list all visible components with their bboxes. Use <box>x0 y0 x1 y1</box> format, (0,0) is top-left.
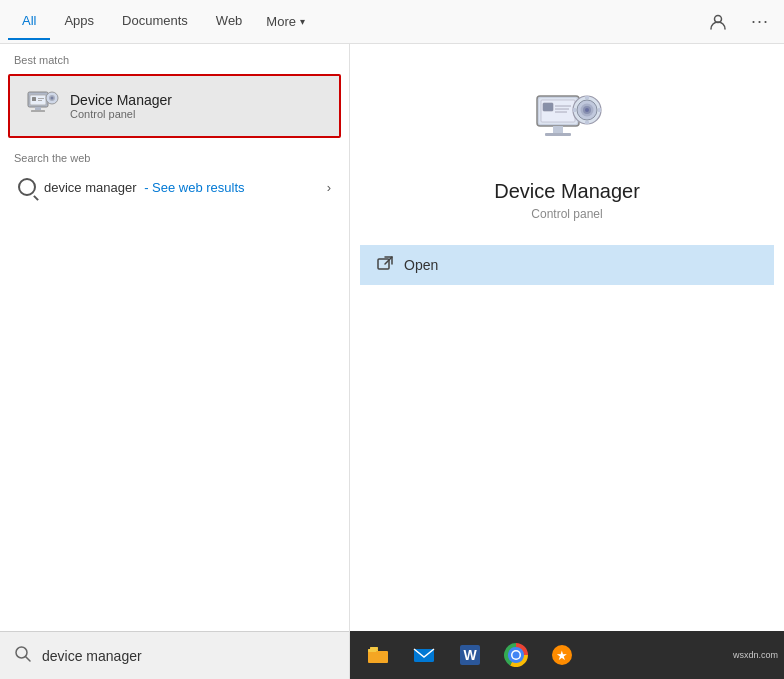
right-subtitle: Control panel <box>531 207 602 221</box>
open-label: Open <box>404 257 438 273</box>
right-panel: Device Manager Control panel Open <box>350 44 784 679</box>
svg-rect-30 <box>585 121 589 124</box>
svg-rect-6 <box>38 98 44 99</box>
best-match-label: Best match <box>0 44 349 70</box>
search-web-icon <box>18 178 36 196</box>
svg-rect-29 <box>585 96 589 99</box>
svg-line-12 <box>26 656 31 661</box>
taskbar-file-explorer[interactable] <box>356 633 400 677</box>
content-area: Best match <box>0 44 784 679</box>
svg-text:W: W <box>463 647 477 663</box>
svg-point-28 <box>585 108 589 112</box>
tab-all[interactable]: All <box>8 3 50 40</box>
svg-point-10 <box>51 97 54 100</box>
tab-documents[interactable]: Documents <box>108 3 202 40</box>
search-bar-icon <box>14 645 32 667</box>
tab-apps[interactable]: Apps <box>50 3 108 40</box>
tab-web[interactable]: Web <box>202 3 257 40</box>
svg-text:★: ★ <box>556 648 568 663</box>
svg-rect-20 <box>544 104 552 110</box>
svg-rect-38 <box>376 651 388 663</box>
search-input[interactable] <box>42 648 335 664</box>
svg-rect-3 <box>31 110 45 112</box>
best-match-text: Device Manager Control panel <box>70 92 172 120</box>
nav-right-icons: ··· <box>702 6 776 38</box>
taskbar-mail[interactable] <box>402 633 446 677</box>
tab-more[interactable]: More ▾ <box>256 4 315 39</box>
svg-rect-5 <box>32 97 36 101</box>
left-spacer <box>0 206 349 631</box>
search-panel: All Apps Documents Web More ▾ ··· Best m… <box>0 0 784 679</box>
taskbar: W ★ wsxdn.com <box>350 631 784 679</box>
web-search-arrow: › <box>327 180 331 195</box>
person-icon[interactable] <box>702 6 734 38</box>
svg-rect-16 <box>545 133 571 136</box>
left-panel: Best match <box>0 44 350 679</box>
taskbar-word[interactable]: W <box>448 633 492 677</box>
svg-rect-15 <box>553 126 563 134</box>
nav-tabs: All Apps Documents Web More ▾ ··· <box>0 0 784 44</box>
svg-rect-31 <box>573 108 576 112</box>
taskbar-watermark: wsxdn.com <box>733 650 778 660</box>
open-icon <box>376 255 394 276</box>
more-options-icon[interactable]: ··· <box>744 6 776 38</box>
chevron-down-icon: ▾ <box>300 16 305 27</box>
taskbar-app5[interactable]: ★ <box>540 633 584 677</box>
right-title: Device Manager <box>494 180 640 203</box>
best-match-subtitle: Control panel <box>70 108 172 120</box>
web-search-item[interactable]: device manager - See web results › <box>4 170 345 204</box>
best-match-item[interactable]: Device Manager Control panel <box>8 74 341 138</box>
svg-point-44 <box>513 652 520 659</box>
svg-rect-7 <box>38 100 42 101</box>
search-bar <box>0 631 349 679</box>
best-match-title: Device Manager <box>70 92 172 108</box>
svg-rect-37 <box>370 647 378 649</box>
svg-rect-33 <box>378 259 389 269</box>
open-button[interactable]: Open <box>360 245 774 285</box>
web-section-label: Search the web <box>0 142 349 168</box>
device-manager-icon <box>24 88 60 124</box>
taskbar-chrome[interactable] <box>494 633 538 677</box>
svg-rect-32 <box>598 108 601 112</box>
web-search-text: device manager - See web results <box>44 180 245 195</box>
device-manager-large-icon <box>527 84 607 164</box>
